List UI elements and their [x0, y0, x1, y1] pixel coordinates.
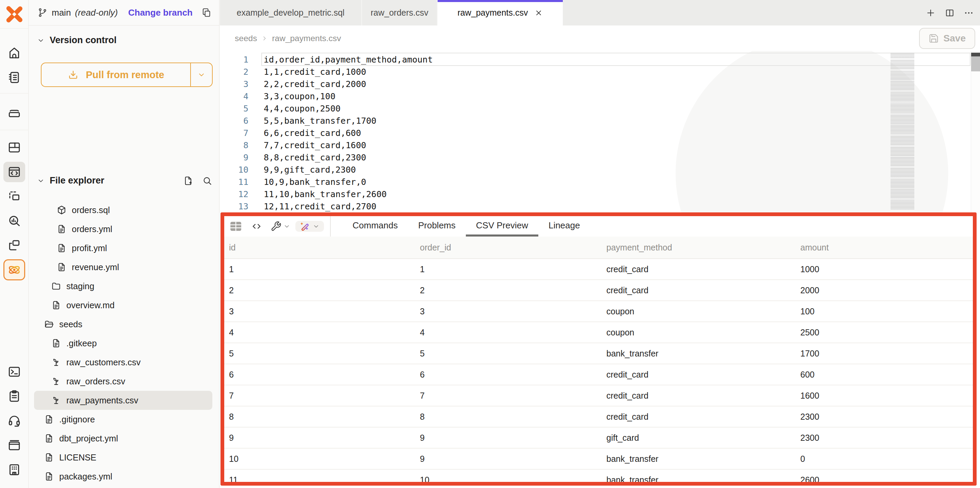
table-cell: 2000	[795, 285, 973, 295]
rail-dashboards[interactable]	[0, 135, 29, 160]
selection-icon	[7, 189, 21, 204]
rail-apps-window[interactable]	[0, 233, 29, 258]
file-raw_customers.csv[interactable]: raw_customers.csv	[34, 353, 212, 372]
rail-group-3	[0, 135, 29, 282]
panel-tab-CSV Preview[interactable]: CSV Preview	[466, 216, 538, 236]
pull-options-dropdown[interactable]	[190, 63, 212, 86]
chevron-right-icon	[261, 35, 268, 42]
tab-raw_orders.csv[interactable]: raw_orders.csv	[362, 0, 438, 25]
table-cell: 600	[795, 370, 973, 380]
table-cell: 4	[415, 328, 601, 337]
tools-wrench-button[interactable]	[270, 221, 291, 232]
panel-tab-Commands[interactable]: Commands	[342, 216, 408, 236]
save-button[interactable]: Save	[919, 28, 975, 49]
table-cell: credit_card	[601, 391, 795, 401]
table-cell: 7	[415, 391, 601, 401]
column-header-payment_method: payment_method	[601, 242, 795, 252]
rail-notebook[interactable]	[0, 65, 29, 90]
breadcrumb-folder[interactable]: seeds	[235, 34, 257, 43]
panel-tab-Problems[interactable]: Problems	[408, 216, 466, 236]
table-cell: 6	[224, 370, 415, 380]
file-revenue.yml[interactable]: revenue.yml	[34, 258, 212, 277]
bottom-panel-toolbar: CommandsProblemsCSV PreviewLineage	[224, 216, 973, 236]
table-cell: 1	[224, 265, 415, 274]
copy-icon[interactable]	[202, 8, 212, 17]
rail-canvas-select[interactable]	[0, 184, 29, 209]
file-LICENSE[interactable]: LICENSE	[34, 448, 212, 467]
line-number: 3	[220, 78, 248, 90]
table-cell: 3	[415, 307, 601, 316]
rail-ai-assistant[interactable]	[0, 258, 29, 282]
file-orders.sql[interactable]: orders.sql	[34, 201, 212, 220]
editor-scrollbar[interactable]	[971, 51, 980, 214]
sidebar: main (read-only) Change branch Version c…	[29, 0, 220, 488]
file-orders.yml[interactable]: orders.yml	[34, 220, 212, 239]
code-line: 9,9,gift_card,2300	[264, 164, 433, 176]
editor-content: id,order_id,payment_method,amount1,1,cre…	[264, 54, 433, 213]
new-tab-plus-icon[interactable]	[923, 5, 939, 21]
results-table-icon[interactable]	[229, 220, 243, 233]
app-logo[interactable]	[0, 0, 29, 29]
scrollbar-thumb[interactable]	[971, 56, 980, 71]
scrollbar-marker	[971, 53, 980, 56]
table-row: 1110bank_transfer2600	[224, 470, 973, 486]
rail-windows[interactable]	[0, 433, 29, 458]
file-seeds[interactable]: seeds	[34, 315, 212, 334]
rail-organization[interactable]	[0, 458, 29, 482]
file-icon	[56, 262, 67, 272]
file-raw_payments.csv[interactable]: raw_payments.csv	[34, 391, 212, 410]
file-.gitignore[interactable]: .gitignore	[34, 410, 212, 429]
file-dbt_project.yml[interactable]: dbt_project.yml	[34, 429, 212, 448]
search-icon[interactable]	[202, 176, 212, 186]
code-line: 5,5,bank_transfer,1700	[264, 115, 433, 127]
rail-code-editor[interactable]	[0, 160, 29, 184]
tab-label: raw_payments.csv	[457, 8, 528, 17]
table-cell: 2	[224, 285, 415, 295]
split-editor-icon[interactable]	[942, 5, 958, 21]
tab-raw_payments.csv[interactable]: raw_payments.csv	[438, 0, 563, 25]
new-file-icon[interactable]	[183, 176, 193, 186]
table-cell: 6	[415, 370, 601, 380]
table-row: 77credit_card1600	[224, 385, 973, 406]
code-window-icon	[7, 165, 21, 179]
rail-data-drawer[interactable]	[0, 100, 29, 125]
close-icon[interactable]	[534, 8, 543, 17]
line-number: 8	[220, 139, 248, 152]
file-.gitkeep[interactable]: .gitkeep	[34, 334, 212, 353]
column-header-amount: amount	[795, 242, 973, 252]
minimap[interactable]	[891, 53, 914, 209]
file-packages.yml[interactable]: packages.yml	[34, 467, 212, 486]
rail-support[interactable]	[0, 409, 29, 433]
panel-tab-Lineage[interactable]: Lineage	[538, 216, 590, 236]
file-overview.md[interactable]: overview.md	[34, 296, 212, 315]
column-header-order_id: order_id	[415, 242, 601, 252]
version-control-header[interactable]: Version control	[29, 25, 219, 46]
code-line: 8,8,credit_card,2300	[264, 152, 433, 164]
file-staging[interactable]: staging	[34, 277, 212, 296]
file-raw_orders.csv[interactable]: raw_orders.csv	[34, 372, 212, 391]
change-branch-link[interactable]: Change branch	[128, 8, 192, 18]
table-cell: 5	[224, 349, 415, 358]
git-branch-icon	[37, 8, 48, 17]
file-profit.yml[interactable]: profit.yml	[34, 239, 212, 258]
folder-icon	[51, 281, 61, 291]
tab-label: example_develop_metric.sql	[237, 8, 345, 17]
pull-from-remote-button[interactable]: Pull from remote	[41, 63, 213, 87]
more-options-icon[interactable]	[961, 5, 977, 21]
code-editor[interactable]: 12345678910111213 id,order_id,payment_me…	[220, 51, 980, 214]
rail-home[interactable]	[0, 41, 29, 65]
tab-example_develop_metric.sql[interactable]: example_develop_metric.sql	[220, 0, 362, 25]
table-cell: 10	[224, 454, 415, 464]
rail-terminal[interactable]	[0, 360, 29, 384]
pull-from-remote-main[interactable]: Pull from remote	[41, 63, 190, 86]
file-explorer-title: File explorer	[50, 175, 105, 186]
rail-group-1	[0, 41, 29, 90]
code-line: 4,4,coupon,2500	[264, 103, 433, 115]
table-cell: 1700	[795, 349, 973, 358]
rail-data-insights[interactable]	[0, 209, 29, 233]
code-view-icon[interactable]	[251, 220, 262, 232]
home-icon	[7, 46, 21, 60]
file-explorer-header[interactable]: File explorer	[29, 175, 219, 186]
ai-magic-button[interactable]	[295, 221, 324, 232]
rail-clipboard[interactable]	[0, 384, 29, 409]
